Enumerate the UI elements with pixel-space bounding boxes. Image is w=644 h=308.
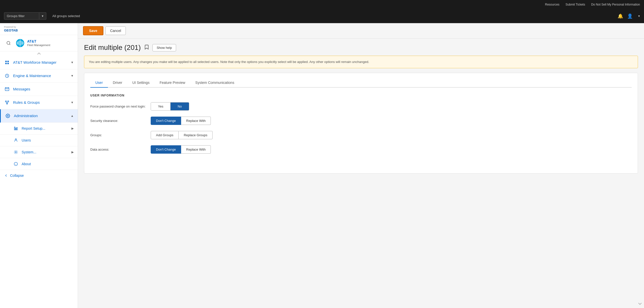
sidebar-sub-item-users[interactable]: Users [0,134,78,146]
do-not-sell-link[interactable]: Do Not Sell My Personal Information [591,3,640,6]
tab-user[interactable]: User [90,78,108,88]
sidebar-item-att-workforce[interactable]: AT&T Workforce Manager ▼ [0,56,78,69]
svg-point-0 [7,41,10,44]
security-clearance-row: Security clearance: Don't Change Replace… [90,117,632,125]
replace-groups-button[interactable]: Replace Groups [179,131,213,139]
svg-rect-19 [14,127,15,130]
all-groups-selected-text: All groups selected [52,14,80,18]
cancel-button[interactable]: Cancel [105,26,126,35]
data-access-toggle-group: Don't Change Replace With [151,145,211,154]
sidebar-item-engine-label: Engine & Maintenance [13,74,68,78]
tab-feature-preview[interactable]: Feature Preview [154,78,190,88]
svg-point-23 [15,152,16,153]
chart-icon [13,126,19,131]
svg-rect-7 [5,61,7,62]
sidebar-sub-item-report-setup-label: Report Setup... [22,126,45,130]
svg-point-14 [8,101,9,102]
chevron-down-icon: ▼ [71,61,74,64]
yes-button[interactable]: Yes [151,102,170,110]
tab-system-communications[interactable]: System Communications [190,78,239,88]
page-content: Edit multiple (201) Show help You are ed… [78,39,644,179]
svg-rect-9 [5,63,7,64]
sidebar: Powered by GEOTAB AT&T Fleet Manageme [0,23,78,308]
svg-point-15 [7,103,8,104]
svg-rect-8 [8,61,9,62]
toolbar: Save Cancel [78,23,644,39]
svg-point-13 [5,101,7,102]
security-clearance-toggle-group: Don't Change Replace With [151,117,211,125]
svg-point-18 [7,115,9,117]
groups-filter-dropdown-button[interactable]: ▾ [39,12,46,20]
tab-driver[interactable]: Driver [108,78,127,88]
replace-with-button-data-access[interactable]: Replace With [181,145,211,154]
tab-ui-settings[interactable]: UI Settings [127,78,154,88]
envelope-icon [4,86,10,92]
sidebar-item-messages-label: Messages [13,87,74,91]
att-logo-icon [16,39,25,48]
bookmark-icon[interactable] [144,44,149,51]
submit-tickets-link[interactable]: Submit Tickets [566,3,585,6]
sidebar-sub-item-about[interactable]: About [0,158,78,170]
add-groups-button[interactable]: Add Groups [151,131,179,139]
scroll-up-indicator [0,51,78,56]
security-clearance-label: Security clearance: [90,119,146,123]
rules-groups-icon [4,99,10,106]
data-access-label: Data access: [90,148,146,151]
search-button[interactable] [4,39,13,48]
user-menu-chevron-icon: ▾ [638,14,640,18]
force-password-row: Force password change on next login: Yes… [90,102,632,111]
sidebar-item-att-workforce-label: AT&T Workforce Manager [13,60,68,64]
sidebar-sub-item-about-label: About [22,162,31,166]
sidebar-sub-item-system-label: System... [22,150,36,154]
replace-with-button-security[interactable]: Replace With [181,117,211,125]
page-title: Edit multiple (201) [84,44,141,52]
svg-point-22 [15,139,16,140]
main-layout: Powered by GEOTAB AT&T Fleet Manageme [0,23,644,308]
warning-banner: You are editing multiple users. Any chan… [84,56,638,68]
scroll-down-indicator [638,301,642,306]
save-button[interactable]: Save [83,26,103,35]
chevron-down-icon: ▼ [71,101,74,104]
no-button[interactable]: No [170,102,189,110]
powered-by-logo: Powered by GEOTAB [0,23,78,35]
geotab-brand-text: GEOTAB [4,28,18,32]
svg-line-17 [7,102,8,103]
sidebar-item-messages[interactable]: Messages [0,83,78,96]
warning-banner-text: You are editing multiple users. Any chan… [89,60,369,64]
user-profile-icon[interactable]: 👤 [627,13,633,19]
sidebar-sub-item-users-label: Users [22,138,31,142]
top-navigation: Resources Submit Tickets Do Not Sell My … [0,0,644,9]
person-icon [13,138,19,143]
data-access-row: Data access: Don't Change Replace With [90,145,632,154]
resources-link[interactable]: Resources [545,3,559,6]
user-menu[interactable]: ▾ [637,14,640,18]
show-help-button[interactable]: Show help [152,44,176,51]
sidebar-collapse-button[interactable]: Collapse [0,170,78,181]
sidebar-sub-item-system[interactable]: System... ▶ [0,146,78,158]
sidebar-collapse-label: Collapse [10,174,24,178]
header-right-controls: 🔔 👤 ▾ [618,13,640,19]
sidebar-item-rules-groups[interactable]: Rules & Groups ▼ [0,96,78,109]
form-card: User Driver UI Settings Feature Preview … [84,73,638,174]
settings-icon [13,149,19,155]
logo-fleet-text: Fleet Management [27,44,50,47]
dont-change-button-security[interactable]: Don't Change [151,117,181,125]
powered-by-text: Powered by [4,26,18,28]
sidebar-logo: AT&T Fleet Management [0,35,78,51]
notifications-bell-icon[interactable]: 🔔 [618,13,623,19]
sidebar-item-engine-maintenance[interactable]: Engine & Maintenance ▼ [0,69,78,83]
info-icon [13,161,19,167]
svg-rect-21 [17,127,17,130]
groups-filter-container: Groups filter ▾ [4,12,46,20]
arrow-right-icon: ▶ [71,127,74,130]
sidebar-item-administration[interactable]: Administration ▲ [0,109,78,123]
header-bar: Groups filter ▾ All groups selected 🔔 👤 … [0,9,644,23]
force-password-toggle: Yes No [151,102,189,111]
grid-icon [4,59,10,65]
chevron-down-icon: ▼ [71,74,74,78]
gear-icon [5,113,11,119]
dont-change-button-data-access[interactable]: Don't Change [151,145,181,154]
page-title-row: Edit multiple (201) Show help [84,44,638,52]
sidebar-sub-item-report-setup[interactable]: Report Setup... ▶ [0,123,78,134]
groups-filter-select[interactable]: Groups filter [4,12,39,20]
